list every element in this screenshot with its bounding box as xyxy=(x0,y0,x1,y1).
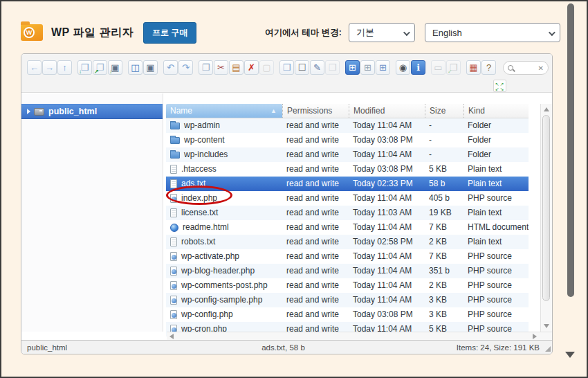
view-list-button[interactable]: ⊞ xyxy=(345,60,360,75)
view-icons-button[interactable]: ⊞ xyxy=(360,60,375,75)
folder-tree-sidebar: public_html xyxy=(21,93,163,332)
text-file-icon xyxy=(170,179,177,188)
table-row[interactable]: wp-config-sample.phpread and writeToday … xyxy=(166,293,529,307)
help-button[interactable]: ? xyxy=(481,60,496,75)
file-permissions: read and write xyxy=(282,220,349,235)
page-scrollbar-thumb[interactable] xyxy=(567,3,574,297)
column-header-name[interactable]: Name▲ xyxy=(166,104,282,118)
view-compact-icon: ⊞ xyxy=(379,63,387,72)
table-row[interactable]: wp-activate.phpread and writeToday 11:04… xyxy=(166,249,529,264)
table-row[interactable]: wp-config.phpread and writeToday 03:08 P… xyxy=(166,307,529,322)
backup-icon: ▣ xyxy=(111,63,119,72)
forward-button[interactable]: → xyxy=(42,60,57,75)
table-row[interactable]: wp-blog-header.phpread and writeToday 11… xyxy=(166,264,529,278)
buy-pro-button[interactable]: 프로 구매 xyxy=(143,22,196,44)
column-header-modified[interactable]: Modified xyxy=(349,104,425,118)
table-row[interactable]: license.txtread and writeToday 11:03 AM1… xyxy=(166,206,529,220)
toolbar-group: ▦? xyxy=(466,60,497,75)
toolbar-group: ❐✂▤✗▢ xyxy=(199,60,275,75)
copy-button[interactable]: ❐ xyxy=(199,60,213,75)
archive-button: ❒ xyxy=(325,60,340,75)
file-size: 2 KB xyxy=(425,235,463,249)
file-modified: Today 11:04 AM xyxy=(349,118,425,133)
table-row[interactable]: .htaccessread and writeToday 03:08 PM5 K… xyxy=(166,162,529,177)
page-scrollbar-down-arrow-icon[interactable] xyxy=(565,352,575,358)
toolbar-group: ↶↷ xyxy=(163,60,194,75)
table-row[interactable]: readme.htmlread and writeToday 11:04 AM7… xyxy=(166,220,529,235)
scroll-up-arrow-icon[interactable] xyxy=(544,107,549,111)
table-vertical-scrollbar[interactable] xyxy=(540,104,552,332)
php-file-icon xyxy=(170,296,177,305)
delete-button[interactable]: ✗ xyxy=(244,60,259,75)
table-row[interactable]: wp-includesread and writeToday 11:04 AM-… xyxy=(166,147,529,162)
back-button[interactable]: ← xyxy=(27,60,42,75)
quicklook-icon: ▭ xyxy=(434,63,442,72)
info-icon: ℹ xyxy=(416,63,420,72)
empty-folder-icon: ▢ xyxy=(262,63,270,72)
status-selected-file: ads.txt, 58 b xyxy=(198,343,369,352)
folder-file-icon xyxy=(170,137,180,144)
table-scrollbar-thumb[interactable] xyxy=(542,115,550,301)
status-bar: public_html ads.txt, 58 b Items: 24, Siz… xyxy=(21,340,552,354)
file-name-label: wp-config-sample.php xyxy=(181,293,262,307)
table-row[interactable]: index.phpread and writeToday 11:04 AM405… xyxy=(166,191,529,206)
search-input[interactable] xyxy=(513,64,538,72)
file-kind: PHP source xyxy=(463,307,529,322)
file-name-label: index.php xyxy=(181,191,217,206)
file-size: - xyxy=(425,133,463,147)
scroll-right-arrow-icon[interactable] xyxy=(533,334,537,339)
rename-button[interactable]: ✎ xyxy=(310,60,324,75)
up-button[interactable]: ↑ xyxy=(57,60,72,75)
fullscreen-button[interactable]: ↖↗↙↘ xyxy=(493,80,506,92)
badge-icon: ↗ xyxy=(94,69,99,75)
file-permissions: read and write xyxy=(282,133,349,147)
table-horizontal-scrollbar[interactable] xyxy=(167,332,552,340)
theme-select[interactable]: 기본 xyxy=(349,23,415,42)
cut-button[interactable]: ✂ xyxy=(214,60,228,75)
expand-arrow-icon[interactable] xyxy=(27,109,30,114)
file-kind: Plain text xyxy=(463,162,529,177)
sidebar-item-public-html[interactable]: public_html xyxy=(21,104,163,119)
file-modified: Today 03:08 PM xyxy=(349,307,425,322)
column-header-permissions[interactable]: Permissions xyxy=(282,104,349,118)
search-clear-icon[interactable]: ✕ xyxy=(538,64,544,72)
redo-button[interactable]: ↷ xyxy=(178,60,193,75)
scroll-down-arrow-icon[interactable] xyxy=(544,324,549,328)
icon-size-button[interactable]: ▦ xyxy=(466,60,481,75)
resize-grip-icon[interactable] xyxy=(545,346,551,352)
open-icon: ◫ xyxy=(131,63,139,72)
table-row[interactable]: robots.txtread and writeToday 02:58 PM2 … xyxy=(166,235,529,249)
paste-button[interactable]: ▤ xyxy=(229,60,244,75)
toggle-hidden-button[interactable]: ◉ xyxy=(396,60,410,75)
table-row[interactable]: wp-comments-post.phpread and writeToday … xyxy=(166,278,529,293)
download-button[interactable]: ❒↓ xyxy=(77,60,92,75)
file-name-label: ads.txt xyxy=(181,177,205,191)
info-button[interactable]: ℹ xyxy=(411,60,425,75)
duplicate-button[interactable]: ❒ xyxy=(279,60,294,75)
column-header-kind[interactable]: Kind xyxy=(463,104,529,118)
save-button[interactable]: ▣ xyxy=(143,60,158,75)
table-row[interactable]: ads.txtread and writeToday 02:33 PM58 bP… xyxy=(166,177,529,191)
table-row[interactable]: wp-adminread and writeToday 11:04 AM-Fol… xyxy=(166,118,529,133)
file-kind: HTML document xyxy=(463,220,529,235)
undo-button[interactable]: ↶ xyxy=(163,60,178,75)
table-row[interactable]: wp-contentread and writeToday 03:08 PM-F… xyxy=(166,133,529,147)
file-table: Name▲PermissionsModifiedSizeKind wp-admi… xyxy=(166,104,529,336)
select-all-button[interactable]: ☐ xyxy=(295,60,309,75)
file-size: 3 KB xyxy=(425,293,463,307)
file-permissions: read and write xyxy=(282,118,349,133)
file-modified: Today 11:03 AM xyxy=(349,206,425,220)
column-header-size[interactable]: Size xyxy=(425,104,463,118)
save-icon: ▣ xyxy=(146,63,154,72)
get-file-button[interactable]: ❐↗ xyxy=(93,60,107,75)
view-compact-button[interactable]: ⊞ xyxy=(376,60,390,75)
language-select[interactable]: English xyxy=(425,23,560,42)
table-rows: wp-adminread and writeToday 11:04 AM-Fol… xyxy=(166,118,529,336)
open-button[interactable]: ◫ xyxy=(128,60,143,75)
page-title: WP 파일 관리자 xyxy=(51,26,134,40)
file-modified: Today 03:08 PM xyxy=(349,162,425,177)
status-items-summary: Items: 24, Size: 191 KB xyxy=(369,343,546,352)
search-box[interactable]: ✕ xyxy=(503,61,549,75)
scroll-left-arrow-icon[interactable] xyxy=(169,334,174,339)
backup-button[interactable]: ▣↓ xyxy=(108,60,122,75)
